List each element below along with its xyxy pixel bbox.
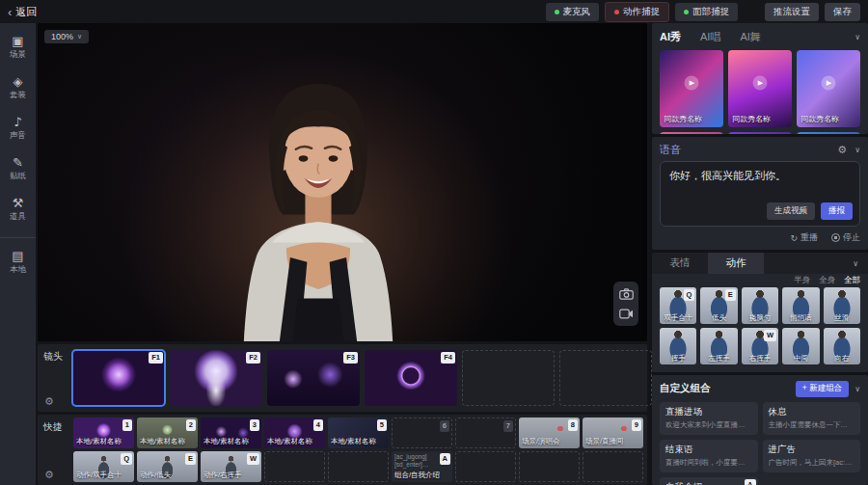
collapse-chevron-icon[interactable]: ∨ <box>854 33 860 41</box>
camera-thumbs: F1 F2 F3 F4 <box>69 344 655 412</box>
ai-show-card[interactable]: ▶ 同款秀名称 <box>660 50 723 127</box>
combo-card[interactable]: 进广告 广告时间，马上回来[ac:huizhou] <box>763 440 861 472</box>
camera-shot-3[interactable]: F3 <box>267 350 360 406</box>
action-label: 悄悄话 <box>782 313 819 323</box>
collapse-chevron-icon[interactable]: ∨ <box>854 385 860 393</box>
shortcut-slot[interactable]: E 动作/低头 <box>137 451 198 482</box>
new-combo-button[interactable]: + 新建组合 <box>796 381 849 397</box>
shortcuts-settings-gear-icon[interactable]: ⚙ <box>44 469 54 481</box>
tab-expression[interactable]: 表情 <box>652 253 708 274</box>
collapse-chevron-icon[interactable]: ∨ <box>854 146 860 154</box>
action-label: 右挥手 <box>742 354 778 364</box>
stop-button[interactable]: 停止 <box>831 231 860 244</box>
shortcut-slot-empty[interactable] <box>328 451 389 482</box>
shortcut-slot-empty[interactable] <box>455 451 516 482</box>
screenshot-camera-button[interactable] <box>618 287 634 300</box>
action-label: 挥手 <box>660 354 696 364</box>
right-panel: AI秀 AI唱 AI舞 ∨ ▶ 同款秀名称 ▶ 同款秀名称 ▶ <box>649 23 868 485</box>
action-item[interactable]: E 低头 <box>700 287 737 324</box>
back-button[interactable]: ‹ 返回 <box>8 5 37 19</box>
ai-show-card[interactable]: ▶ 同款秀名称 <box>728 50 792 127</box>
combo-card[interactable]: A 自我介绍 [ac_jugong][sd_enter]大家好… <box>660 477 758 485</box>
ai-show-card[interactable] <box>660 132 723 134</box>
action-item[interactable]: Q 双手合十 <box>660 287 696 324</box>
action-item[interactable]: 左挥手 <box>700 328 737 364</box>
filter-full-body[interactable]: 全身 <box>819 275 835 286</box>
ai-show-panel: AI秀 AI唱 AI舞 ∨ ▶ 同款秀名称 ▶ 同款秀名称 ▶ <box>652 23 868 134</box>
tab-ai-show[interactable]: AI秀 <box>660 30 681 44</box>
zoom-level-dropdown[interactable]: 100% ∨ <box>44 30 89 43</box>
ai-show-caption: 同款秀名称 <box>732 114 771 124</box>
camera-settings-gear-icon[interactable]: ⚙ <box>44 395 54 408</box>
action-item[interactable]: 挠脑勺 <box>742 287 778 324</box>
stream-settings-button[interactable]: 推流设置 <box>765 3 819 21</box>
shortcut-slot-empty[interactable] <box>264 451 325 482</box>
hotkey-badge: E <box>725 289 736 301</box>
shortcut-slot[interactable]: A [ac_jugong][sd_enter]… 组合/自我介绍 <box>392 451 452 482</box>
action-item[interactable]: W 右挥手 <box>742 328 778 364</box>
generate-video-button[interactable]: 生成视频 <box>767 202 815 220</box>
combo-header: 自定义组合 + 新建组合 ∨ <box>660 381 860 396</box>
ai-show-card[interactable] <box>797 132 860 134</box>
sidebar-item-outfit[interactable]: ◈ 套装 <box>0 67 36 108</box>
filter-half-body[interactable]: 半身 <box>794 275 810 286</box>
voice-text-input[interactable]: 你好，很高兴能见到你。 生成视频 播报 <box>660 161 860 227</box>
action-item[interactable]: 挥手 <box>660 328 696 364</box>
motion-capture-toggle[interactable]: 动作捕捉 <box>605 2 669 22</box>
action-item[interactable]: 丝滑 <box>824 287 860 324</box>
topbar: ‹ 返回 麦克风 动作捕捉 面部捕捉 推流设置 保存 <box>0 0 868 23</box>
back-chevron-icon: ‹ <box>8 6 12 18</box>
camera-shot-2[interactable]: F2 <box>170 350 262 406</box>
prop-icon: ⚒ <box>13 197 24 209</box>
tab-action[interactable]: 动作 <box>708 253 764 274</box>
sidebar-item-voice[interactable]: ♪ 声音 <box>0 108 36 148</box>
tab-ai-dance[interactable]: AI舞 <box>740 30 760 44</box>
shortcut-slot[interactable]: W 动作/右挥手 <box>201 451 261 482</box>
shortcut-slot[interactable]: 3 本地/素材名称 <box>201 418 261 448</box>
action-item[interactable]: 中间 <box>782 328 819 364</box>
sidebar-item-scene[interactable]: ▣ 场景 <box>0 27 36 67</box>
shortcut-slot-empty[interactable]: 6 <box>392 418 452 448</box>
main-area: ▣ 场景 ◈ 套装 ♪ 声音 ✎ 贴纸 ⚒ 道具 ▤ 本地 <box>0 23 868 485</box>
ai-show-grid: ▶ 同款秀名称 ▶ 同款秀名称 ▶ 同款秀名称 <box>660 50 860 134</box>
shortcut-slot-empty[interactable] <box>583 451 643 482</box>
shortcut-slot[interactable]: 5 本地/素材名称 <box>328 418 389 448</box>
record-video-button[interactable] <box>618 308 634 320</box>
motion-capture-label: 动作捕捉 <box>623 6 660 18</box>
face-capture-toggle[interactable]: 面部捕捉 <box>675 3 738 21</box>
microphone-toggle[interactable]: 麦克风 <box>546 3 600 21</box>
shortcut-slot-empty[interactable]: 7 <box>455 418 516 448</box>
ai-show-card[interactable] <box>728 132 792 134</box>
shortcut-slot[interactable]: 9 场景/直播间 <box>583 418 643 448</box>
sidebar-item-prop[interactable]: ⚒ 道具 <box>0 189 36 229</box>
replay-button[interactable]: ↻ 重播 <box>790 231 818 244</box>
combo-card[interactable]: 结束语 直播时间到啦，小度要跟大家说… <box>660 440 758 472</box>
combo-card[interactable]: 直播进场 欢迎大家来到小度直播间[ac]… <box>660 402 758 435</box>
ai-show-card[interactable]: ▶ 同款秀名称 <box>797 50 860 127</box>
shortcut-slot[interactable]: Q 动作/双手合十 <box>73 451 134 482</box>
filter-all[interactable]: 全部 <box>844 275 860 286</box>
combo-card[interactable]: 休息 主播小度需要休息一下，请稍等… <box>763 402 861 435</box>
sidebar-item-local[interactable]: ▤ 本地 <box>0 237 36 282</box>
action-item[interactable]: 悄悄话 <box>782 287 819 324</box>
camera-shot-1[interactable]: F1 <box>72 350 165 406</box>
voice-settings-gear-icon[interactable]: ⚙ <box>837 144 847 156</box>
camera-shot-empty[interactable] <box>462 350 555 406</box>
action-item[interactable]: 向右 <box>824 328 860 364</box>
collapse-chevron-icon[interactable]: ∨ <box>853 259 858 268</box>
camera-shot-4[interactable]: F4 <box>365 350 457 406</box>
shortcut-slot[interactable]: 8 场景/演唱会 <box>519 418 580 448</box>
tab-ai-sing[interactable]: AI唱 <box>700 30 720 44</box>
shortcut-slot-empty[interactable] <box>519 451 580 482</box>
camera-icon <box>619 288 634 300</box>
broadcast-button[interactable]: 播报 <box>821 202 853 220</box>
save-button[interactable]: 保存 <box>825 3 860 21</box>
shortcut-slot[interactable]: 4 本地/素材名称 <box>264 418 325 448</box>
sticker-label: 贴纸 <box>10 171 26 182</box>
shortcut-slot[interactable]: 2 本地/素材名称 <box>137 418 198 448</box>
hotkey-badge: F1 <box>149 352 163 364</box>
shortcut-slot[interactable]: 1 本地/素材名称 <box>73 418 134 448</box>
hotkey-badge: Q <box>121 453 132 465</box>
sidebar-item-sticker[interactable]: ✎ 贴纸 <box>0 148 36 189</box>
camera-shot-empty[interactable] <box>559 350 652 406</box>
